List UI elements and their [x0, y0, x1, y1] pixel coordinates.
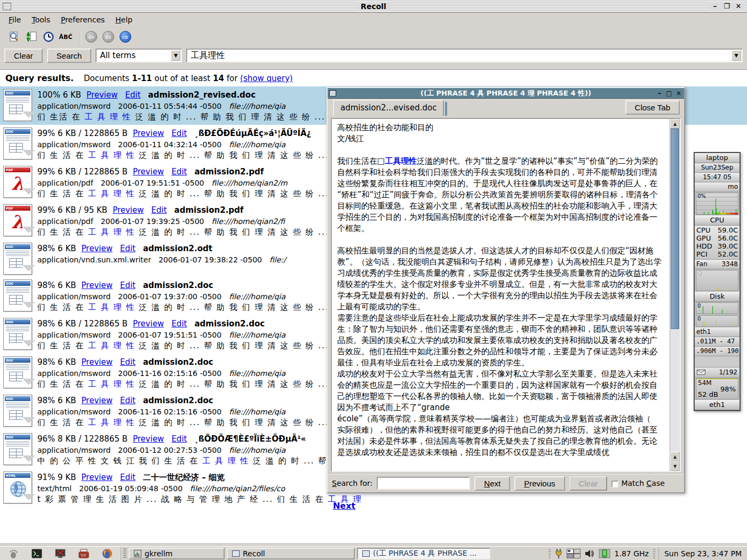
edit-link[interactable]: Edit: [152, 205, 167, 215]
edit-link[interactable]: Edit: [171, 319, 187, 329]
menu-file[interactable]: File: [4, 14, 25, 25]
typewriter-icon[interactable]: [78, 548, 90, 559]
preview-window-controls: – □ ✕: [656, 90, 682, 97]
task-preview[interactable]: ((工 PHRASE 4 具 PHRASE ...: [357, 548, 490, 559]
terminal-icon[interactable]: [31, 548, 43, 559]
find-next-button[interactable]: Next: [474, 476, 510, 491]
scroll-down-icon[interactable]: ▼: [670, 461, 680, 471]
match-case-checkbox[interactable]: Match Case: [611, 479, 664, 487]
results-title: Query results.: [5, 73, 74, 83]
task-recoll[interactable]: Recoll: [227, 548, 355, 559]
edit-link[interactable]: Edit: [120, 396, 136, 405]
preview-link[interactable]: Preview: [133, 434, 164, 444]
preview-link[interactable]: Preview: [82, 357, 113, 367]
close-tab-button[interactable]: Close Tab: [625, 100, 680, 115]
show-query-link[interactable]: (show query): [240, 74, 293, 83]
monitor-x-icon[interactable]: [54, 548, 66, 559]
edit-link[interactable]: Edit: [120, 357, 136, 367]
next-page-button[interactable]: ⇨: [117, 29, 133, 44]
preview-window-menu-icon[interactable]: [329, 90, 336, 97]
workspace-switcher-icon[interactable]: [567, 549, 581, 558]
result-line2: application/msword2006-01-07 19:51:51 -0…: [37, 330, 367, 340]
disk-chart-1[interactable]: 0: [696, 302, 738, 314]
search-button[interactable]: Search: [47, 49, 92, 63]
firefox-icon[interactable]: [101, 548, 113, 559]
gkrellm-hostname[interactable]: laptop: [695, 153, 740, 163]
find-previous-button[interactable]: Previous: [514, 476, 565, 491]
cpufreq-icon[interactable]: [599, 549, 610, 558]
menu-preferences[interactable]: Preferences: [57, 14, 109, 25]
menu-help[interactable]: Help: [111, 14, 137, 25]
gnome-menu-icon[interactable]: [7, 548, 19, 559]
krell-slider[interactable]: [698, 271, 702, 275]
edit-link[interactable]: Edit: [171, 434, 187, 444]
result-title: admission2.pdf: [174, 205, 244, 215]
power-plug-icon[interactable]: [555, 549, 562, 558]
cpu-chart[interactable]: 0%: [696, 193, 738, 215]
preview-maximize-icon[interactable]: □: [665, 90, 673, 97]
preview-link[interactable]: Preview: [82, 396, 113, 405]
taskbar-handle[interactable]: [123, 548, 126, 559]
preview-scrollbar[interactable]: ▲ ▲ ▼: [670, 119, 680, 471]
file-icon-header: DOC: [5, 358, 30, 363]
window-menu-icon[interactable]: [3, 3, 11, 10]
preview-minimize-icon[interactable]: –: [656, 90, 663, 97]
restore-icon[interactable]: ❐: [722, 2, 731, 11]
volume-icon[interactable]: [585, 549, 594, 558]
minimize-icon[interactable]: –: [711, 2, 719, 11]
search-input[interactable]: [186, 49, 743, 62]
preview-link[interactable]: Preview: [82, 281, 113, 290]
preview-link[interactable]: Preview: [86, 90, 117, 100]
search-mode-select[interactable]: All terms ▼: [96, 49, 182, 62]
doc-lines: [6, 97, 29, 103]
clear-button[interactable]: Clear: [4, 49, 43, 63]
disk-chart-2[interactable]: 0: [696, 315, 738, 327]
scrollbar-thumb[interactable]: [671, 129, 679, 329]
result-line2: application/vnd.sun.xml.writer2006-01-07…: [37, 254, 286, 265]
mail-row[interactable]: 1/192: [695, 367, 740, 378]
tray-separator[interactable]: [549, 549, 551, 558]
wifi-panel[interactable]: 54M 98% 52 dB: [696, 378, 738, 399]
gkrellm-window[interactable]: laptop Sun23Sep 15:47 05 mo 0% CPU CPU59…: [694, 152, 741, 411]
preview-link[interactable]: Preview: [133, 167, 164, 177]
preview-link[interactable]: Preview: [113, 205, 144, 215]
scroll-up-icon[interactable]: ▲: [670, 119, 680, 129]
find-clear-button[interactable]: Clear: [569, 476, 608, 491]
edit-link[interactable]: Edit: [125, 90, 140, 100]
close-icon[interactable]: ✕: [734, 2, 743, 11]
tray-separator-2[interactable]: [653, 549, 655, 558]
prev-page-button[interactable]: ⇦: [100, 29, 116, 44]
show-missing-helpers-button[interactable]: [6, 29, 22, 44]
next-results-link[interactable]: Next: [333, 501, 355, 511]
preview-link[interactable]: Preview: [82, 244, 113, 253]
task-gkrellm[interactable]: gkrellm: [129, 548, 225, 559]
first-page-button[interactable]: ⇦: [83, 29, 99, 44]
menu-tools[interactable]: Tools: [27, 14, 54, 25]
preview-link[interactable]: Preview: [133, 319, 164, 329]
history-chevron-icon[interactable]: ▼: [732, 50, 741, 61]
recoll-titlebar[interactable]: Recoll – ❐ ✕: [0, 0, 747, 13]
chevron-down-icon[interactable]: ▼: [171, 50, 180, 61]
scrollbar-track[interactable]: [670, 129, 680, 452]
result-mime: application/msword: [37, 369, 110, 378]
find-input[interactable]: [377, 477, 470, 490]
edit-link[interactable]: Edit: [120, 281, 136, 290]
preview-close-icon[interactable]: ✕: [675, 90, 682, 97]
preview-text[interactable]: 高校招生的社会功能和目的 文/钱江 我们生活在□工具理性泛滥的时代。作为“世之显…: [332, 119, 670, 471]
preview-link[interactable]: Preview: [82, 473, 113, 482]
result-line1: 98% 6 KBPreviewEditadmission2.doc: [37, 279, 367, 291]
preview-titlebar[interactable]: ((工 PHRASE 4 具 PHRASE 4 理 PHRASE 4 性)) –…: [328, 88, 684, 99]
edit-link[interactable]: Edit: [120, 473, 136, 482]
window-title: Recoll: [355, 2, 392, 11]
edit-link[interactable]: Edit: [171, 167, 187, 177]
scroll-up2-icon[interactable]: ▲: [670, 452, 680, 461]
edit-link[interactable]: Edit: [171, 129, 187, 138]
term-explorer-button[interactable]: ÅBĈ: [58, 29, 74, 44]
sort-parameters-button[interactable]: [23, 29, 39, 44]
preview-tab[interactable]: admission2...evised.doc: [333, 100, 444, 116]
preview-link[interactable]: Preview: [133, 129, 164, 138]
taskbar-clock[interactable]: Sun Sep 23, 3:47 PM: [658, 547, 747, 560]
fan-chart[interactable]: [696, 270, 738, 291]
sort-by-date-button[interactable]: [41, 29, 57, 44]
edit-link[interactable]: Edit: [120, 244, 136, 253]
